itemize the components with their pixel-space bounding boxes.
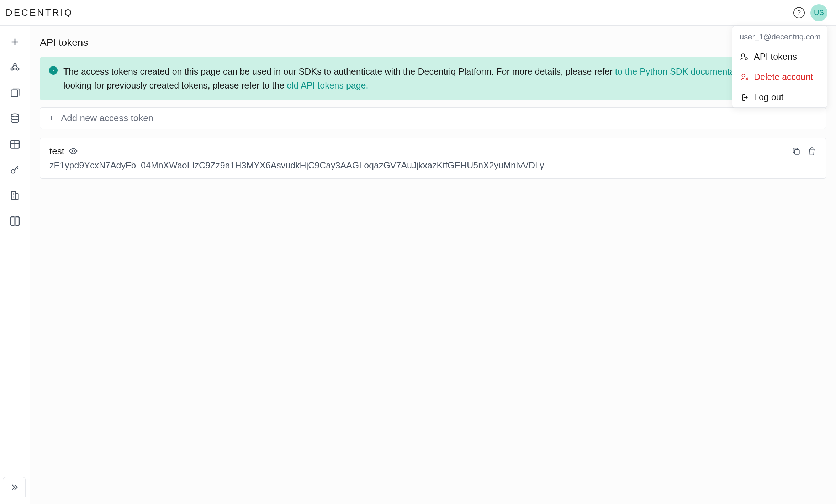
app-header: DECENTRIQ ? US [0,0,836,26]
main-content: API tokens The access tokens created on … [30,26,836,504]
info-icon [49,66,58,75]
svg-point-1 [11,68,13,70]
sidebar-item-organizations[interactable] [9,189,21,202]
add-token-label: Add new access token [61,113,153,124]
sidebar-item-create[interactable] [9,36,21,48]
database-icon [9,113,21,124]
brand-logo: DECENTRIQ [6,7,73,18]
sidebar-item-cleanrooms[interactable] [9,61,21,74]
user-delete-icon [740,73,749,82]
user-avatar[interactable]: US [810,4,827,21]
svg-point-12 [745,58,747,60]
chevron-right-double-icon [9,482,19,492]
sidebar-expand-button[interactable] [3,477,26,497]
user-menu-dropdown: user_1@decentriq.com API tokens Delete a… [732,26,827,108]
trash-icon [807,146,816,156]
svg-rect-10 [795,150,799,154]
eye-icon [69,146,78,156]
token-name: test [49,146,64,157]
table-icon [9,139,21,150]
info-text-part1: The access tokens created on this page c… [63,66,615,76]
nodes-icon [9,62,21,73]
help-button[interactable]: ? [793,7,805,18]
token-header: test [49,146,816,157]
svg-point-9 [72,150,75,152]
key-icon [9,164,21,176]
sidebar [0,26,30,504]
plus-icon [47,114,56,122]
token-name-wrap: test [49,146,78,157]
svg-rect-7 [11,191,15,200]
sidebar-item-docs[interactable] [9,215,21,227]
svg-rect-8 [15,194,18,200]
menu-item-api-tokens[interactable]: API tokens [732,47,827,67]
sidebar-item-datarooms[interactable] [9,87,21,100]
add-token-button[interactable]: Add new access token [40,107,826,129]
menu-label: Delete account [754,72,813,82]
toggle-visibility-button[interactable] [69,146,78,156]
sidebar-item-datasets[interactable] [9,112,21,125]
layout: API tokens The access tokens created on … [0,26,836,504]
svg-rect-5 [11,140,19,148]
menu-item-logout[interactable]: Log out [732,87,827,107]
copy-icon [792,146,801,156]
old-tokens-link[interactable]: old API tokens page. [287,80,368,90]
svg-point-4 [11,114,18,117]
building-icon [9,190,21,201]
page-title: API tokens [40,37,826,48]
sidebar-item-keys[interactable] [9,163,21,176]
stack-icon [9,87,21,99]
token-card: test zE1ypd9YcxN7AdyFb_04MnXWaoLIzC9Zz9a… [40,138,826,179]
user-gear-icon [740,52,749,61]
sidebar-item-tables[interactable] [9,138,21,151]
svg-point-2 [16,68,19,70]
menu-item-delete-account[interactable]: Delete account [732,67,827,87]
header-actions: ? US [793,4,827,21]
plus-icon [9,36,21,48]
info-text: The access tokens created on this page c… [63,65,817,92]
delete-token-button[interactable] [807,146,816,156]
menu-label: API tokens [754,52,797,62]
sdk-docs-link[interactable]: to the Python SDK documentation. [615,66,752,76]
copy-token-button[interactable] [792,146,801,156]
info-banner: The access tokens created on this page c… [40,57,826,100]
svg-point-11 [741,54,745,57]
book-icon [9,215,21,227]
svg-rect-3 [11,90,18,97]
logout-icon [740,93,749,102]
token-value: zE1ypd9YcxN7AdyFb_04MnXWaoLIzC9Zz9a1H3MY… [49,160,816,171]
svg-point-0 [14,63,16,65]
menu-label: Log out [754,92,783,102]
svg-point-13 [742,74,745,77]
user-email: user_1@decentriq.com [732,26,827,47]
svg-point-6 [11,170,15,173]
token-actions [792,146,816,156]
